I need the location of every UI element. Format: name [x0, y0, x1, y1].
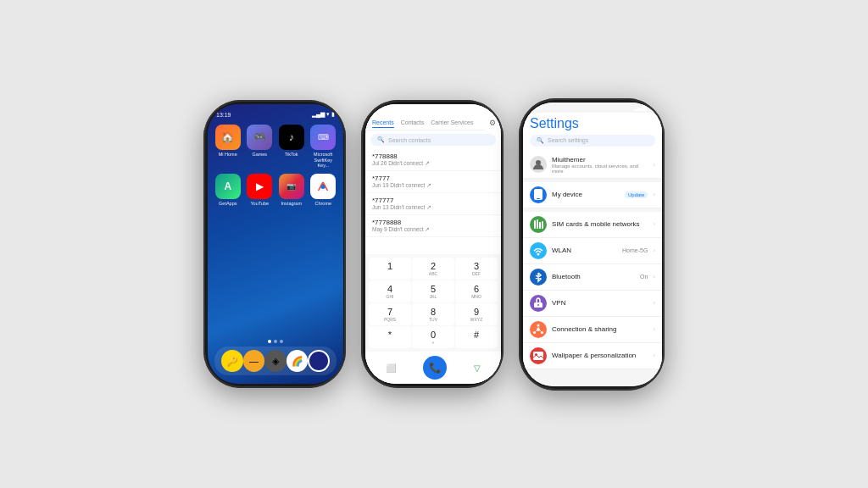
- call-3-info: Jun 13 Didn't connect ↗: [372, 204, 494, 211]
- connection-title: Connection & sharing: [552, 325, 648, 333]
- call-4-info: May 9 Didn't connect ↗: [372, 226, 494, 233]
- wallpaper-title: Wallpaper & personalization: [552, 352, 648, 359]
- settings-item-miuithemer[interactable]: Miuithemer Manage accounts, cloud servic…: [523, 152, 662, 179]
- dial-8[interactable]: 8TUV: [412, 303, 454, 325]
- svg-rect-8: [542, 221, 543, 229]
- dial-7[interactable]: 7PQRS: [369, 303, 411, 325]
- wlan-title: WLAN: [552, 247, 617, 254]
- settings-item-vpn[interactable]: VPN ›: [523, 291, 662, 317]
- app-chrome[interactable]: Chrome: [310, 174, 337, 207]
- dial-hash[interactable]: #: [455, 326, 498, 348]
- dock-icon-3[interactable]: ◈: [264, 350, 287, 372]
- search-icon-settings: 🔍: [537, 137, 544, 144]
- call-3-number: *77777: [372, 197, 494, 204]
- tab-carrier[interactable]: Carrier Services: [431, 118, 473, 128]
- app-youtube[interactable]: ▶ YouTube: [247, 174, 274, 207]
- gear-icon[interactable]: ⚙: [484, 117, 501, 129]
- dial-1[interactable]: 1: [369, 258, 411, 280]
- miuithemer-sub: Manage accounts, cloud services, and mor…: [552, 164, 648, 174]
- wifi-icon: ▾: [326, 111, 330, 118]
- settings-search-bar[interactable]: 🔍 Search settings: [530, 135, 655, 147]
- app-instagram[interactable]: 📷 Instagram: [278, 174, 305, 207]
- signal-settings: ▂▄▆: [634, 104, 647, 111]
- time-dialer: 13:19: [370, 107, 386, 113]
- dock-icon-1[interactable]: 🔑: [221, 350, 243, 372]
- call-1[interactable]: *778888 Jul 26 Didn't connect ↗: [365, 149, 501, 171]
- wifi-dialer: ▾: [487, 106, 491, 113]
- app-games[interactable]: 🎮 Games: [247, 125, 274, 169]
- svg-point-13: [537, 324, 540, 326]
- page-dots: [211, 340, 340, 347]
- settings-icon-wlan: [530, 242, 547, 259]
- settings-item-wallpaper[interactable]: Wallpaper & personalization ›: [523, 343, 662, 369]
- dialer-search-bar[interactable]: 🔍 Search contacts: [370, 134, 496, 146]
- app-mihome[interactable]: 🏠 Mi Home: [214, 125, 242, 169]
- delete-icon[interactable]: ⬜: [386, 363, 396, 373]
- settings-item-device[interactable]: My device Update ›: [523, 182, 662, 208]
- call-4[interactable]: *7778888 May 9 Didn't connect ↗: [365, 215, 501, 237]
- svg-rect-19: [533, 352, 543, 360]
- chevron-sim: ›: [653, 220, 655, 228]
- dock-icon-2[interactable]: —: [243, 350, 265, 372]
- app-getapps[interactable]: A GetApps: [214, 174, 242, 207]
- tab-contacts[interactable]: Contacts: [401, 118, 425, 128]
- search-icon-dialer: 🔍: [377, 136, 385, 143]
- dial-star[interactable]: *: [369, 326, 411, 348]
- settings-section-network: SIM cards & mobile networks › WLAN Hom: [523, 212, 662, 369]
- settings-text-bluetooth: Bluetooth: [552, 273, 635, 280]
- settings-icon-wallpaper: [530, 347, 547, 364]
- dial-3[interactable]: 3DEF: [455, 258, 498, 280]
- dock-icon-4[interactable]: 🌈: [287, 350, 309, 372]
- chevron-connection: ›: [653, 325, 655, 333]
- device-title: My device: [552, 191, 620, 198]
- dot-1: [268, 340, 271, 343]
- svg-line-18: [536, 330, 537, 331]
- update-badge: Update: [625, 191, 648, 198]
- battery-settings: ▮: [654, 104, 657, 111]
- contact-icon[interactable]: ▽: [474, 363, 481, 373]
- chevron-vpn: ›: [653, 299, 655, 307]
- app-tiktok[interactable]: ♪ TikTok: [278, 125, 305, 169]
- settings-icon-miuithemer: [530, 156, 547, 173]
- settings-item-connection[interactable]: Connection & sharing ›: [523, 317, 662, 343]
- settings-icon-vpn: [530, 295, 547, 312]
- app-label-chrome: Chrome: [314, 201, 331, 207]
- tab-recents[interactable]: Recents: [372, 118, 394, 128]
- dialer-bg: 13:19 ▂▄▆ ▾ ▮ Recents Contacts Carrier S…: [365, 104, 501, 384]
- phone-homescreen: 13:19 ▂▄▆ ▾ ▮ 🏠 Mi Home 🎮 Games: [203, 100, 346, 388]
- settings-icon-sim: [530, 216, 547, 233]
- dot-2: [274, 340, 277, 343]
- app-icon-mihome: 🏠: [215, 125, 241, 150]
- chevron-bluetooth: ›: [653, 273, 655, 280]
- call-button[interactable]: 📞: [423, 356, 447, 380]
- dial-2[interactable]: 2ABC: [412, 258, 454, 280]
- app-dock: 🔑 — ◈ 🌈: [214, 347, 337, 375]
- app-icon-instagram: 📷: [279, 174, 304, 199]
- vpn-title: VPN: [552, 299, 648, 307]
- chevron-device: ›: [653, 191, 655, 198]
- settings-text-wallpaper: Wallpaper & personalization: [552, 352, 648, 359]
- dial-5[interactable]: 5JKL: [412, 280, 454, 302]
- phone-dialer: 13:19 ▂▄▆ ▾ ▮ Recents Contacts Carrier S…: [361, 100, 504, 388]
- app-label-mihome: Mi Home: [219, 152, 237, 158]
- app-label-tiktok: TikTok: [285, 152, 298, 158]
- app-icon-swiftkey: ⌨: [310, 125, 336, 150]
- dial-9[interactable]: 9WXYZ: [455, 303, 498, 325]
- dock-icon-5[interactable]: [308, 350, 330, 372]
- settings-header: Settings 🔍 Search settings: [523, 113, 662, 152]
- app-icon-games: 🎮: [247, 125, 272, 150]
- settings-section-device: My device Update ›: [523, 182, 662, 208]
- chevron-wlan: ›: [653, 247, 655, 254]
- call-2[interactable]: *7777 Jun 19 Didn't connect ↗: [365, 171, 501, 193]
- settings-item-bluetooth[interactable]: Bluetooth On ›: [523, 264, 662, 291]
- settings-item-wlan[interactable]: WLAN Home-5G ›: [523, 238, 662, 264]
- call-3[interactable]: *77777 Jun 13 Didn't connect ↗: [365, 193, 501, 215]
- app-swiftkey[interactable]: ⌨ Microsoft SwiftKey Key...: [310, 125, 337, 169]
- dial-6[interactable]: 6MNO: [455, 280, 498, 302]
- signal-icon: ▂▄▆: [312, 111, 325, 118]
- dial-4[interactable]: 4GHI: [369, 280, 411, 302]
- dial-0[interactable]: 0+: [412, 326, 454, 348]
- settings-item-sim[interactable]: SIM cards & mobile networks ›: [523, 212, 662, 238]
- app-icon-getapps: A: [215, 174, 241, 199]
- call-2-number: *7777: [372, 175, 494, 182]
